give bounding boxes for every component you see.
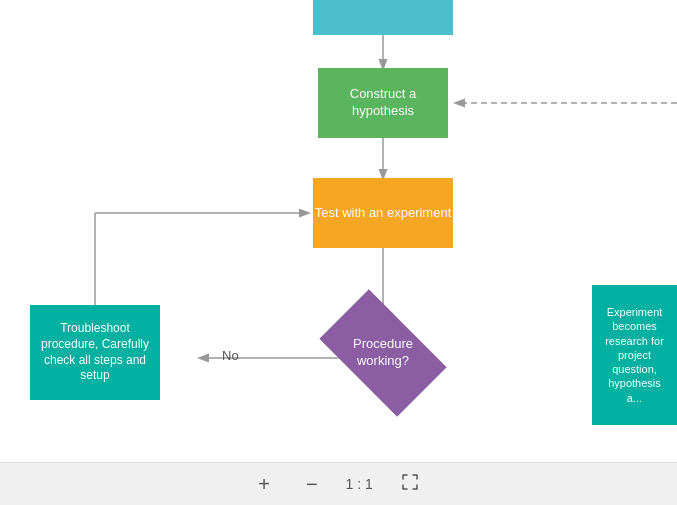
troubleshoot-label: Troubleshoot procedure, Carefully check … — [30, 316, 160, 388]
test-experiment-node: Test with an experiment — [313, 178, 453, 248]
zoom-in-button[interactable]: + — [250, 469, 278, 500]
procedure-working-label: Procedure working? — [328, 336, 438, 370]
troubleshoot-node: Troubleshoot procedure, Carefully check … — [30, 305, 160, 400]
procedure-working-node: Procedure working? — [319, 289, 446, 416]
zoom-out-button[interactable]: − — [298, 469, 326, 500]
zoom-level: 1 : 1 — [346, 476, 373, 492]
no-label: No — [222, 348, 239, 363]
test-experiment-label: Test with an experiment — [315, 205, 452, 222]
fit-icon — [401, 473, 419, 491]
fit-button[interactable] — [393, 469, 427, 499]
teal-right-panel: Experiment becomes research for project … — [592, 285, 677, 425]
construct-hypothesis-label: Construct a hypothesis — [318, 86, 448, 120]
blue-top-node — [313, 0, 453, 35]
canvas-area: Construct a hypothesis Test with an expe… — [0, 0, 677, 462]
toolbar: + − 1 : 1 — [0, 462, 677, 505]
construct-hypothesis-node: Construct a hypothesis — [318, 68, 448, 138]
teal-right-label: Experiment becomes research for project … — [600, 305, 669, 405]
